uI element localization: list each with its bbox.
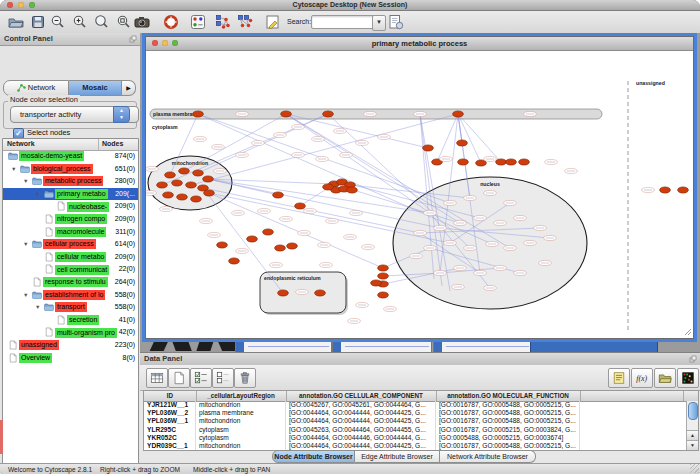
graph-edge[interactable]	[286, 114, 430, 213]
table-cell[interactable]: cytoplasm	[196, 434, 286, 442]
graph-node[interactable]	[204, 190, 215, 196]
import-attributes-button[interactable]	[654, 368, 676, 388]
tab-mosaic[interactable]: Mosaic	[69, 80, 122, 96]
layout-network-1-button[interactable]	[213, 13, 233, 31]
tree-expander-icon[interactable]: ▼	[11, 163, 16, 176]
float-panel-icon[interactable]	[689, 355, 697, 363]
graph-node[interactable]	[179, 168, 190, 174]
graph-node[interactable]	[287, 243, 298, 249]
graph-edge[interactable]	[184, 114, 286, 171]
table-column-header[interactable]: ID	[144, 391, 197, 401]
graph-node[interactable]	[519, 159, 530, 165]
zoom-fit-button[interactable]	[92, 13, 112, 31]
scroll-down-icon[interactable]: ▼	[687, 440, 698, 450]
tree-row[interactable]: secretion41(0)	[3, 314, 138, 327]
tab-overflow-arrow[interactable]: ▶	[122, 80, 136, 96]
graph-node[interactable]	[203, 176, 214, 182]
table-cell[interactable]: [GO:0016787, GO:0005488, GO:0005215, G..…	[436, 417, 580, 425]
tab-network-attribute-browser[interactable]: Network Attribute Browser	[440, 450, 536, 463]
table-cell[interactable]: mitochondrion	[196, 442, 286, 450]
graph-node[interactable]	[247, 236, 258, 242]
resize-grip[interactable]	[690, 464, 699, 473]
search-dropdown-button[interactable]: ▼	[372, 15, 386, 31]
tree-row[interactable]: ▼primary metabo209(...	[3, 188, 138, 201]
graph-node[interactable]	[315, 290, 326, 296]
background-window-thumbnail[interactable]	[235, 341, 332, 352]
zoom-out-button[interactable]	[48, 13, 68, 31]
graph-node[interactable]	[191, 196, 202, 202]
table-cell[interactable]: YLR295C	[144, 426, 196, 434]
tree-expander-icon[interactable]: ▼	[35, 188, 40, 201]
tab-network[interactable]: Network	[3, 80, 69, 96]
table-cell[interactable]: YPL036W__2	[144, 409, 196, 417]
float-panel-icon[interactable]	[129, 35, 137, 43]
tab-node-attribute-browser[interactable]: Node Attribute Browser	[272, 450, 355, 463]
graph-node[interactable]	[278, 290, 289, 296]
graph-node[interactable]	[323, 184, 334, 190]
tree-row[interactable]: nitrogen compo209(0)	[3, 213, 138, 226]
graph-node[interactable]	[163, 192, 174, 198]
network-graph[interactable]: plasma membranecytoplasmmitochondrionnuc…	[146, 51, 693, 337]
annotation-button[interactable]	[263, 13, 283, 31]
graph-node[interactable]	[423, 145, 434, 151]
table-cell[interactable]: YDR039C__1	[144, 442, 196, 450]
graph-node[interactable]	[457, 140, 468, 146]
tree-row[interactable]: ▼transport558(0)	[3, 301, 138, 314]
graph-node[interactable]	[157, 182, 168, 188]
configure-search-button[interactable]	[386, 13, 406, 31]
graph-edge[interactable]	[203, 188, 283, 293]
layout-network-2-button[interactable]	[235, 13, 255, 31]
tree-row[interactable]: response to stimulu264(0)	[3, 276, 138, 289]
graph-node[interactable]	[193, 170, 204, 176]
table-column-header[interactable]: _cellularLayoutRegion	[196, 391, 287, 401]
graph-node[interactable]	[347, 187, 358, 193]
open-folder-button[interactable]	[6, 13, 26, 31]
tree-row[interactable]: multi-organism pro42(0)	[3, 326, 138, 339]
graph-node[interactable]	[217, 242, 228, 248]
table-cell[interactable]: [GO:0044464, GO:0044444, GO:0044425, G..…	[286, 417, 436, 425]
zoom-selected-button[interactable]	[114, 13, 134, 31]
window-titlebar[interactable]: Cytoscape Desktop (New Session)	[0, 0, 700, 11]
network-view-titlebar[interactable]: primary metabolic process	[146, 37, 693, 51]
graph-node[interactable]	[660, 187, 671, 193]
table-cell[interactable]: YPL036W__1	[144, 417, 196, 425]
graph-node[interactable]	[172, 180, 183, 186]
table-cell[interactable]: plasma membrane	[196, 409, 286, 417]
new-attribute-button[interactable]	[168, 368, 190, 388]
graph-node[interactable]	[295, 203, 306, 209]
delete-attribute-button[interactable]	[234, 368, 256, 388]
graph-node[interactable]	[378, 273, 389, 279]
table-cell[interactable]: [GO:0016787, GO:0005215, GO:0003824, G..…	[436, 426, 580, 434]
graph-node[interactable]	[458, 159, 469, 165]
tree-row[interactable]: mosaic-demo-yeast874(0)	[3, 150, 138, 163]
tree-row[interactable]: macromolecule311(0)	[3, 226, 138, 239]
graph-node[interactable]	[186, 182, 197, 188]
tree-row[interactable]: unassigned223(0)	[3, 339, 138, 352]
attribute-matrix-button[interactable]	[677, 368, 699, 388]
table-cell[interactable]: [GO:0045263, GO:0044464, GO:0044455, G..…	[286, 426, 436, 434]
graph-node[interactable]	[263, 229, 274, 235]
vizmapper-button[interactable]	[188, 13, 208, 31]
graph-node[interactable]	[273, 192, 284, 198]
graph-edge[interactable]	[191, 114, 458, 185]
table-cell[interactable]: [GO:0045267, GO:0045261, GO:0044464, G..…	[286, 401, 436, 409]
graph-node[interactable]	[506, 159, 517, 165]
graph-node[interactable]	[453, 111, 464, 117]
graph-node[interactable]	[496, 159, 507, 165]
graph-node[interactable]	[193, 111, 204, 117]
table-cell[interactable]: [GO:0016787, GO:0005488, GO:0005215, G..…	[436, 401, 580, 409]
tree-expander-icon[interactable]: ▼	[23, 238, 28, 251]
network-view-window[interactable]: primary metabolic process plasma membran…	[145, 36, 694, 339]
table-cell[interactable]: mitochondrion	[196, 417, 286, 425]
tree-row[interactable]: Overview8(0)	[3, 352, 138, 365]
table-cell[interactable]: cytoplasm	[196, 426, 286, 434]
graph-node[interactable]	[378, 292, 389, 298]
table-cell[interactable]: [GO:0044464, GO:0044444, GO:0044425, G..…	[286, 442, 436, 450]
zoom-in-button[interactable]	[70, 13, 90, 31]
table-column-header[interactable]: annotation.GO MOLECULAR_FUNCTION	[436, 391, 581, 401]
snapshot-camera-button[interactable]	[132, 13, 152, 31]
network-canvas[interactable]: plasma membranecytoplasmmitochondrionnuc…	[146, 51, 693, 337]
tree-expander-icon[interactable]: ▼	[23, 175, 28, 188]
table-column-header[interactable]: annotation.GO CELLULAR_COMPONENT	[286, 391, 437, 401]
help-ring-button[interactable]	[161, 13, 181, 31]
